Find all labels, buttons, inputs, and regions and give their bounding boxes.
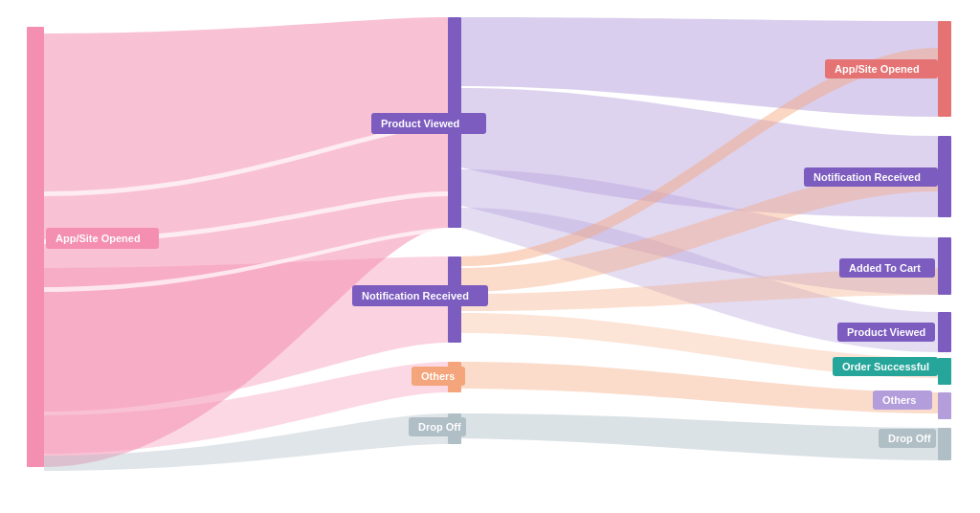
right-label-bg-order <box>833 357 938 376</box>
right-label-bg-productviewed <box>837 323 935 342</box>
right-node-others <box>938 392 951 419</box>
right-label-bg-dropoff <box>879 429 936 448</box>
right-label-bg-others <box>873 390 932 410</box>
right-label-bg-appsite <box>825 59 938 78</box>
right-label-bg-notif <box>804 167 938 187</box>
sankey-chart: App/Site Opened Product Viewed Notificat… <box>0 0 980 513</box>
right-node-appsite <box>938 21 951 117</box>
left-node-appsite <box>27 27 44 467</box>
right-node-notification <box>938 136 951 217</box>
mid-label-bg-notif <box>352 285 488 306</box>
right-label-bg-cart <box>839 258 935 278</box>
mid-label-bg-others <box>412 367 465 386</box>
mid-label-bg-dropoff <box>409 417 466 436</box>
left-label-bg-appsite <box>46 228 159 249</box>
mid-label-bg-product <box>371 113 486 134</box>
right-node-dropoff <box>938 428 951 460</box>
right-node-product-viewed <box>938 312 951 352</box>
right-node-order <box>938 358 951 385</box>
right-node-added-cart <box>938 237 951 295</box>
